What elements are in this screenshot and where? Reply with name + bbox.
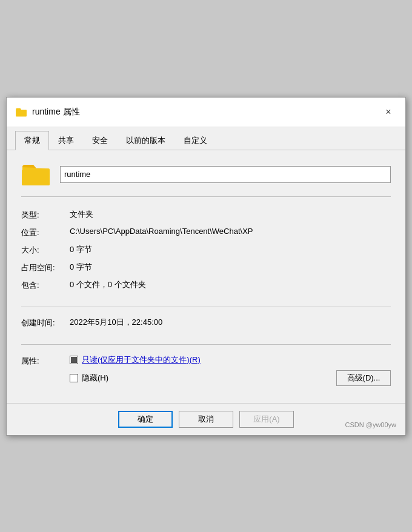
confirm-button[interactable]: 确定 — [118, 411, 173, 428]
content-area: 类型: 文件夹 位置: C:\Users\PC\AppData\Roaming\… — [7, 150, 405, 403]
tabs-bar: 常规 共享 安全 以前的版本 自定义 — [7, 127, 405, 150]
hidden-label: 隐藏(H) — [82, 373, 108, 384]
properties-dialog: runtime 属性 × 常规 共享 安全 以前的版本 自定义 — [6, 97, 406, 436]
prop-size: 大小: 0 字节 — [21, 244, 391, 256]
prop-disk-size: 占用空间: 0 字节 — [21, 262, 391, 273]
title-bar-left: runtime 属性 — [15, 107, 80, 118]
prop-contains-label: 包含: — [21, 279, 70, 291]
prop-location-value: C:\Users\PC\AppData\Roaming\Tencent\WeCh… — [70, 227, 391, 236]
prop-type: 类型: 文件夹 — [21, 209, 391, 221]
prop-created-label: 创建时间: — [21, 317, 70, 328]
cancel-button[interactable]: 取消 — [179, 411, 233, 428]
advanced-button[interactable]: 高级(D)... — [336, 370, 391, 386]
folder-name-input[interactable] — [60, 166, 391, 183]
hidden-checkbox-container[interactable]: 隐藏(H) — [70, 373, 108, 384]
folder-icon — [21, 162, 50, 187]
attr-controls: 只读(仅应用于文件夹中的文件)(R) 隐藏(H) 高级(D)... — [70, 354, 391, 386]
tab-share[interactable]: 共享 — [49, 131, 83, 150]
tab-security[interactable]: 安全 — [83, 131, 117, 150]
prop-contains: 包含: 0 个文件，0 个文件夹 — [21, 279, 391, 291]
attributes-section: 属性: 只读(仅应用于文件夹中的文件)(R) — [21, 354, 391, 386]
properties-section: 类型: 文件夹 位置: C:\Users\PC\AppData\Roaming\… — [21, 209, 391, 307]
watermark: CSDN @yw00yw — [345, 421, 396, 428]
check-mark-readonly — [71, 357, 77, 363]
prop-type-label: 类型: — [21, 209, 70, 221]
attr-bottom-row: 隐藏(H) 高级(D)... — [70, 370, 391, 386]
readonly-checkbox[interactable] — [70, 356, 78, 364]
footer: 确定 取消 应用(A) — [7, 403, 405, 435]
prop-type-value: 文件夹 — [70, 209, 391, 220]
prop-location: 位置: C:\Users\PC\AppData\Roaming\Tencent\… — [21, 227, 391, 238]
prop-size-value: 0 字节 — [70, 244, 391, 255]
readonly-checkbox-container[interactable]: 只读(仅应用于文件夹中的文件)(R) — [70, 354, 201, 365]
created-time-section: 创建时间: 2022年5月10日，22:45:00 — [21, 317, 391, 345]
attr-label: 属性: — [21, 354, 70, 367]
readonly-row: 只读(仅应用于文件夹中的文件)(R) — [70, 354, 391, 365]
title-folder-icon — [15, 107, 27, 117]
prop-size-label: 大小: — [21, 244, 70, 256]
tab-customize[interactable]: 自定义 — [174, 131, 216, 150]
folder-header — [21, 162, 391, 197]
close-button[interactable]: × — [380, 104, 397, 121]
prop-contains-value: 0 个文件，0 个文件夹 — [70, 279, 391, 290]
prop-disk-size-value: 0 字节 — [70, 262, 391, 273]
readonly-label: 只读(仅应用于文件夹中的文件)(R) — [82, 354, 201, 365]
apply-button[interactable]: 应用(A) — [239, 411, 294, 428]
tab-general[interactable]: 常规 — [15, 131, 49, 150]
prop-location-label: 位置: — [21, 227, 70, 238]
dialog-title: runtime 属性 — [32, 107, 80, 118]
prop-disk-size-label: 占用空间: — [21, 262, 70, 273]
prop-created: 创建时间: 2022年5月10日，22:45:00 — [21, 317, 391, 328]
tab-previous-versions[interactable]: 以前的版本 — [117, 131, 174, 150]
prop-created-value: 2022年5月10日，22:45:00 — [70, 317, 391, 328]
hidden-checkbox[interactable] — [70, 374, 78, 382]
attr-row: 属性: 只读(仅应用于文件夹中的文件)(R) — [21, 354, 391, 386]
title-bar: runtime 属性 × — [7, 98, 405, 127]
